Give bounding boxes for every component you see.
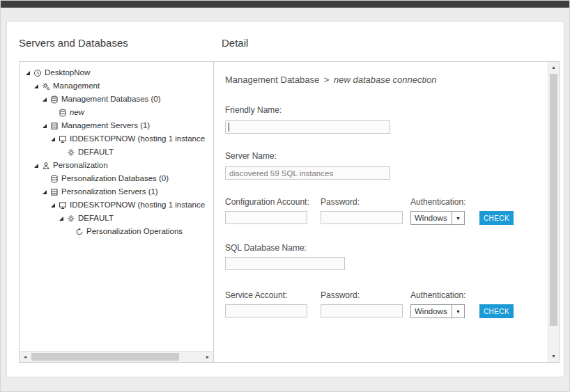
service-authentication-select[interactable]: Windows ▼ [410, 304, 465, 318]
vertical-scrollbar[interactable]: ▲ ▼ [548, 62, 559, 362]
tree-item-label: new [70, 106, 84, 119]
expander-expanded-icon[interactable] [42, 95, 50, 104]
expander-spacer [59, 148, 67, 157]
tree-item-label: Personalization Servers (1) [61, 185, 158, 198]
scrollbar-thumb[interactable] [31, 353, 179, 361]
service-account-input[interactable] [225, 304, 307, 317]
configuration-check-button[interactable]: CHECK [479, 211, 514, 225]
tree-item-label: Management Databases (0) [61, 93, 161, 106]
expander-expanded-icon[interactable] [25, 69, 33, 77]
expander-expanded-icon[interactable] [33, 162, 42, 170]
tree-item[interactable]: DEFAULT [21, 146, 212, 159]
breadcrumb-current: new database connection [334, 75, 436, 85]
tree-item-label: Personalization Databases (0) [61, 172, 169, 185]
detail-panel: Management Database > new database conne… [213, 61, 560, 363]
sql-database-name-label: SQL Database Name: [225, 243, 307, 253]
breadcrumb-parent[interactable]: Management Database [225, 75, 319, 85]
monitor-icon [59, 135, 68, 143]
servers-panel-title: Servers and Databases [19, 37, 128, 49]
tree-item-label: DEFAULT [78, 212, 114, 225]
detail-panel-title: Detail [222, 37, 248, 49]
expander-spacer [42, 175, 50, 183]
friendly-name-input[interactable] [225, 120, 390, 134]
tree-item[interactable]: Management [21, 79, 212, 93]
expander-spacer [67, 228, 75, 236]
database-icon [50, 175, 60, 183]
scroll-left-icon[interactable]: ◄ [20, 352, 31, 362]
user-icon [42, 162, 52, 170]
database-icon [59, 109, 68, 117]
configuration-account-input[interactable] [225, 211, 307, 224]
scroll-down-icon[interactable]: ▼ [548, 351, 559, 362]
expander-expanded-icon[interactable] [42, 188, 50, 196]
tree-item-label: IDDESKTOPNOW (hosting 1 instance [70, 198, 205, 212]
tree-item-label: DesktopNow [45, 66, 90, 79]
tree-item[interactable]: Personalization [21, 159, 212, 172]
tree-item[interactable]: DesktopNow [21, 66, 212, 79]
tree-item[interactable]: IDDESKTOPNOW (hosting 1 instance [21, 198, 212, 212]
tree-item-label: Management Servers (1) [61, 119, 150, 132]
service-authentication-label: Authentication: [410, 290, 465, 300]
main-panel: Servers and Databases Detail DesktopNowM… [6, 21, 564, 377]
server-icon [50, 188, 60, 196]
service-check-button[interactable]: CHECK [479, 304, 514, 318]
horizontal-scrollbar[interactable]: ◄ ► [20, 351, 213, 362]
servers-tree-panel: DesktopNowManagementManagement Databases… [19, 61, 214, 363]
tree-item[interactable]: Personalization Servers (1) [21, 185, 212, 198]
operations-icon [75, 228, 85, 236]
tree-item[interactable]: Personalization Operations [21, 225, 212, 238]
chevron-down-icon[interactable]: ▼ [452, 305, 464, 317]
scroll-right-icon[interactable]: ► [202, 352, 213, 362]
service-password-label: Password: [321, 290, 360, 300]
sql-database-name-input[interactable] [225, 257, 345, 270]
tree-item-label: Personalization Operations [86, 225, 183, 238]
tree-item-label: IDDESKTOPNOW (hosting 1 instance [70, 132, 205, 146]
selected-authentication-value: Windows [411, 212, 452, 224]
scroll-up-icon[interactable]: ▲ [548, 62, 559, 73]
breadcrumb: Management Database > new database conne… [225, 75, 436, 85]
monitor-icon [59, 201, 68, 210]
expander-expanded-icon[interactable] [50, 201, 59, 210]
database-icon [50, 95, 60, 104]
expander-expanded-icon[interactable] [50, 135, 59, 143]
tree-item[interactable]: IDDESKTOPNOW (hosting 1 instance [21, 132, 212, 146]
configuration-password-label: Password: [321, 197, 360, 207]
expander-expanded-icon[interactable] [42, 122, 50, 130]
tree-item-label: Management [53, 79, 100, 93]
server-icon [50, 122, 60, 130]
configuration-password-input[interactable] [321, 211, 403, 224]
gear-icon [67, 214, 77, 223]
breadcrumb-separator: > [324, 75, 330, 85]
tree: DesktopNowManagementManagement Databases… [21, 66, 212, 350]
detail-form: Management Database > new database conne… [214, 62, 548, 362]
tree-item-label: Personalization [53, 159, 108, 172]
service-password-input[interactable] [321, 304, 403, 317]
friendly-name-label: Friendly Name: [225, 105, 282, 115]
expander-expanded-icon[interactable] [33, 82, 42, 91]
tree-item[interactable]: new [21, 106, 212, 119]
gear-icon [67, 148, 77, 157]
expander-expanded-icon[interactable] [59, 214, 67, 223]
configuration-account-label: Configuration Account: [225, 197, 309, 207]
tree-item[interactable]: DEFAULT [21, 212, 212, 225]
tree-item[interactable]: Management Servers (1) [21, 119, 212, 132]
clock-icon [33, 69, 43, 77]
tree-item-label: DEFAULT [78, 146, 114, 159]
scrollbar-thumb[interactable] [550, 74, 557, 326]
tree-item[interactable]: Management Databases (0) [21, 93, 212, 106]
server-name-input[interactable] [225, 166, 390, 180]
configuration-authentication-select[interactable]: Windows ▼ [410, 211, 465, 225]
chevron-down-icon[interactable]: ▼ [452, 212, 464, 224]
service-account-label: Service Account: [225, 290, 287, 300]
server-name-label: Server Name: [225, 151, 277, 161]
configuration-authentication-label: Authentication: [410, 197, 465, 207]
text-cursor [229, 123, 229, 132]
selected-authentication-value: Windows [411, 305, 452, 317]
expander-spacer [50, 109, 59, 117]
app-window: Servers and Databases Detail DesktopNowM… [0, 0, 570, 392]
title-bar [1, 1, 569, 8]
gears-icon [42, 82, 52, 91]
tree-item[interactable]: Personalization Databases (0) [21, 172, 212, 185]
